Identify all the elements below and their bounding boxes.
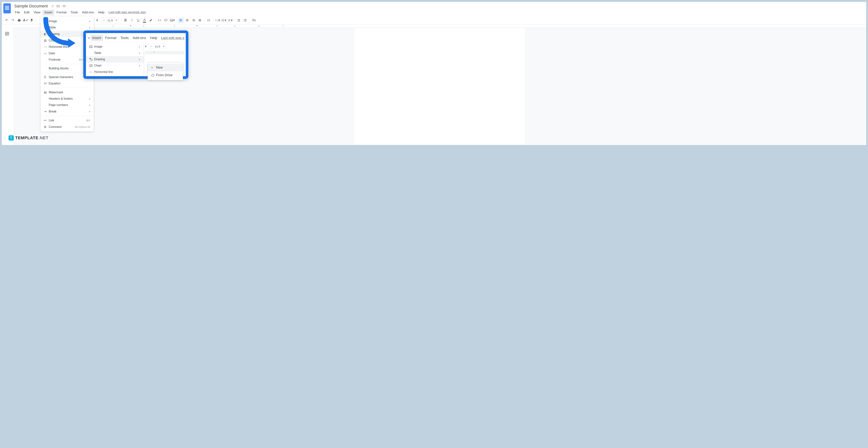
insert-table-item[interactable]: Table ▸ [40, 24, 94, 31]
menu-file[interactable]: File [13, 10, 22, 15]
header-bar: Sample Document ☆ File Edit View Insert … [2, 2, 866, 15]
align-left-button[interactable] [178, 18, 184, 23]
docs-logo-icon[interactable] [3, 3, 11, 13]
horizontal-line-icon: — [89, 70, 94, 74]
inset-menu-format[interactable]: Format [103, 35, 118, 41]
bold-button[interactable]: B [123, 18, 128, 23]
ruler-indent-marker-icon[interactable]: ▼ [130, 25, 132, 27]
inset-last-edit[interactable]: Last edit was s [161, 36, 184, 40]
menu-addons[interactable]: Add-ons [80, 10, 96, 15]
insert-break-item[interactable]: ⇥ Break ▸ [40, 108, 94, 115]
star-icon[interactable]: ☆ [51, 4, 54, 8]
last-edit-link[interactable]: Last edit was seconds ago [108, 10, 146, 15]
separator [121, 18, 121, 22]
menu-label: Watermark [49, 91, 63, 94]
clear-formatting-button[interactable]: Tx [251, 18, 257, 23]
inset-table-item[interactable]: Table ▸ [86, 50, 144, 56]
inset-menu-insert[interactable]: Insert [90, 35, 103, 41]
insert-headers-footers-item[interactable]: Headers & footers ▸ [40, 96, 94, 102]
redo-button[interactable]: ↷ [10, 18, 16, 23]
italic-button[interactable]: I [129, 18, 135, 23]
horizontal-ruler[interactable]: 1 2 3 4 5 6 7 ▼ ▼ [13, 24, 866, 28]
underline-button[interactable]: U [135, 18, 141, 23]
insert-page-numbers-item[interactable]: Page numbers ▸ [40, 102, 94, 108]
watermark-logo-icon: T [8, 135, 14, 140]
submenu-arrow-icon: ▸ [139, 52, 140, 54]
text-color-button[interactable]: A [142, 18, 147, 23]
line-spacing-button[interactable] [206, 18, 211, 23]
inset-font-increase[interactable]: + [161, 44, 166, 49]
menu-edit[interactable]: Edit [22, 10, 31, 15]
inset-menu-help[interactable]: Help [148, 35, 159, 41]
inset-ruler[interactable]: 1 [145, 51, 184, 54]
insert-link-button[interactable] [157, 18, 162, 23]
svg-point-2 [222, 19, 222, 20]
font-dropdown[interactable]: ▾ [94, 18, 100, 23]
print-button[interactable] [17, 18, 22, 23]
paint-format-button[interactable] [29, 18, 35, 23]
menu-label: Drawing [94, 58, 105, 61]
image-icon [89, 45, 94, 48]
submenu-arrow-icon: ▸ [89, 97, 90, 100]
menu-label: Comment [49, 125, 62, 129]
document-title[interactable]: Sample Document [13, 3, 49, 9]
document-page[interactable] [354, 28, 525, 145]
drawing-new-item[interactable]: + New [148, 64, 183, 71]
separator [155, 18, 155, 22]
template-net-watermark: T TEMPLATE.NET [8, 135, 49, 140]
undo-button[interactable]: ↶ [4, 18, 9, 23]
menu-label: Equation [49, 82, 60, 85]
chart-icon [89, 64, 94, 67]
menu-insert[interactable]: Insert [42, 10, 54, 15]
highlight-button[interactable] [148, 18, 154, 23]
menu-label: Image [94, 45, 102, 48]
inset-menu-addons[interactable]: Add-ons [131, 35, 148, 41]
inset-font-size-value[interactable]: 11.5 [154, 45, 161, 48]
menu-help[interactable]: Help [96, 10, 106, 15]
inset-chart-item[interactable]: Chart ▸ [86, 62, 144, 69]
menu-format[interactable]: Format [55, 10, 68, 15]
menu-divider [40, 88, 94, 88]
submenu-arrow-icon: ▸ [89, 110, 90, 113]
menu-tools[interactable]: Tools [69, 10, 80, 15]
font-size-decrease[interactable]: − [101, 18, 106, 23]
insert-watermark-item[interactable]: ▤ Watermark [40, 89, 94, 96]
inset-font-size-control: − 11.5 + [149, 43, 166, 49]
checklist-button[interactable]: ▾ [215, 18, 220, 23]
ruler-mark: 1 [113, 25, 114, 27]
cloud-status-icon[interactable] [62, 4, 66, 8]
image-icon: ▣ [44, 19, 49, 23]
drawing-from-drive-item[interactable]: From Drive [148, 71, 183, 79]
separator [234, 18, 235, 22]
spellcheck-button[interactable]: A✓ [23, 18, 28, 23]
insert-link-item[interactable]: ⚯ Link ⌘K [40, 117, 94, 124]
outline-toggle-icon[interactable] [5, 31, 10, 37]
align-justify-button[interactable] [197, 18, 203, 23]
decrease-indent-button[interactable] [236, 18, 242, 23]
inset-font-dropdown[interactable]: ▾ [145, 44, 147, 48]
font-size-value[interactable]: 11.5 [106, 19, 114, 22]
ruler-right-marker-icon[interactable]: ▼ [196, 25, 198, 27]
chart-icon: ▥ [44, 39, 49, 42]
menu-view[interactable]: View [32, 10, 42, 15]
add-comment-button[interactable] [163, 18, 169, 23]
bulleted-list-button[interactable]: ▾ [221, 18, 226, 23]
font-size-increase[interactable]: + [114, 18, 119, 23]
insert-image-button[interactable]: ▾ [169, 18, 175, 23]
move-folder-icon[interactable] [56, 4, 60, 8]
increase-indent-button[interactable] [242, 18, 248, 23]
inset-image-item[interactable]: Image ▸ [86, 43, 144, 50]
inset-hline-item[interactable]: — Horizontal line [86, 69, 144, 75]
insert-image-item[interactable]: ▣ Image ▸ [40, 18, 94, 24]
inset-drawing-item[interactable]: Drawing ▸ [86, 56, 144, 62]
menu-label: Horizontal line [94, 70, 113, 74]
comment-icon: ⊞ [44, 125, 49, 129]
inset-font-decrease[interactable]: − [149, 44, 154, 49]
menu-label: Horizontal line [49, 45, 67, 49]
align-center-button[interactable] [184, 18, 190, 23]
insert-comment-item[interactable]: ⊞ Comment ⌘+Option+M [40, 124, 94, 130]
insert-equation-item[interactable]: π² Equation [40, 80, 94, 87]
inset-menu-tools[interactable]: Tools [119, 35, 130, 41]
align-right-button[interactable] [191, 18, 196, 23]
numbered-list-button[interactable]: 123▾ [227, 18, 233, 23]
